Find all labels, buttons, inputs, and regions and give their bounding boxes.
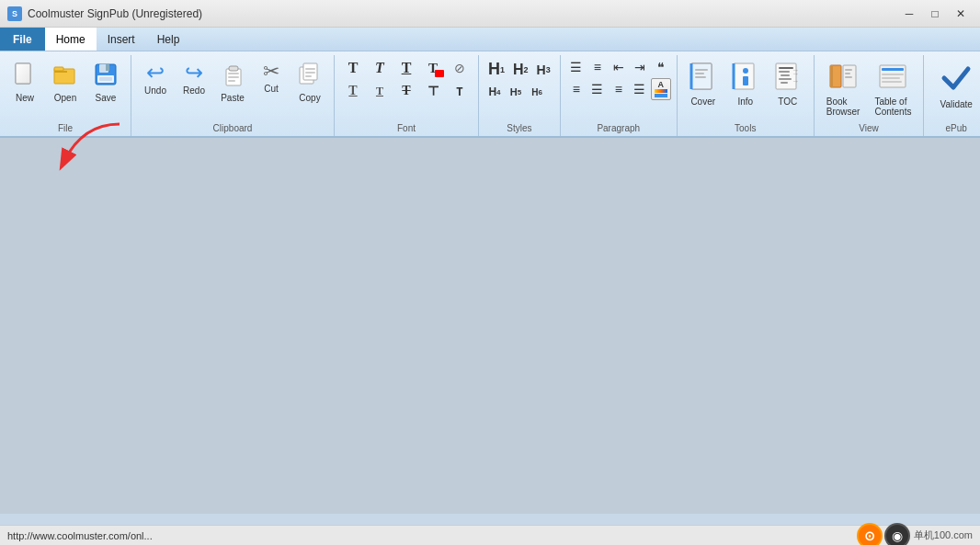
font-size-med-button[interactable]: T: [367, 80, 393, 102]
info-button[interactable]: Info: [725, 57, 766, 111]
toc-label: TOC: [778, 97, 797, 107]
bottom-logo: ⊙ ◉ 单机100.com: [857, 523, 973, 546]
cover-button[interactable]: Cover: [683, 57, 724, 111]
undo-label: Undo: [144, 85, 166, 96]
paste-icon: [221, 62, 245, 91]
font-strikethrough-button[interactable]: T: [393, 80, 419, 102]
ribbon-group-view: BookBrowser Table ofContents View: [815, 55, 925, 136]
font-italic-button[interactable]: T: [367, 57, 393, 79]
highlight-button[interactable]: A: [651, 78, 671, 100]
align-center-button[interactable]: ☰: [587, 79, 608, 99]
ribbon: New Open: [0, 51, 980, 138]
svg-rect-24: [695, 73, 704, 74]
svg-rect-35: [781, 82, 788, 84]
svg-rect-34: [779, 78, 792, 80]
h2-button[interactable]: H2: [509, 59, 532, 81]
svg-rect-18: [305, 72, 315, 74]
svg-rect-44: [845, 76, 852, 78]
save-button[interactable]: Save: [86, 57, 125, 108]
ribbon-group-epub: Validate ePub: [924, 55, 980, 136]
menu-file[interactable]: File: [0, 28, 45, 51]
svg-rect-23: [695, 69, 708, 71]
cut-button[interactable]: ✂ Cut: [253, 57, 290, 98]
svg-rect-14: [228, 80, 235, 82]
h5-button[interactable]: H5: [506, 83, 526, 101]
open-icon: [52, 62, 78, 91]
font-grid: T T T T ⊘ T T T ⊤ T: [340, 57, 473, 102]
svg-rect-9: [99, 77, 112, 81]
menu-home[interactable]: Home: [45, 28, 97, 51]
clipboard-group-label: Clipboard: [135, 121, 330, 136]
heading-sub-group: H1 H2 H3 H4 H5 H6: [484, 57, 554, 101]
toc-button[interactable]: → → → TOC: [768, 57, 808, 111]
para-sub-group: ☰ ≡ ⇤ ⇥ ❝ ≡ ☰ ≡: [566, 57, 671, 100]
align-right-button[interactable]: ≡: [609, 79, 629, 99]
h4-button[interactable]: H4: [484, 83, 505, 101]
title-bar-left: S Coolmuster SignPub (Unregistered): [7, 6, 202, 21]
validate-label: Validate: [940, 99, 972, 109]
book-browser-button[interactable]: BookBrowser: [820, 57, 867, 121]
font-mono-button[interactable]: T: [447, 80, 473, 102]
open-button[interactable]: Open: [46, 57, 85, 108]
table-of-contents-icon: [878, 62, 907, 95]
cover-label: Cover: [690, 97, 715, 107]
font-buttons: T T T T ⊘ T T T ⊤ T: [338, 55, 474, 121]
h1-button[interactable]: H1: [484, 57, 508, 82]
ribbon-group-file: New Open: [0, 55, 131, 136]
copy-button[interactable]: Copy: [291, 57, 328, 108]
font-bold-button[interactable]: T: [340, 57, 366, 79]
font-color-button[interactable]: T: [420, 57, 446, 79]
copy-icon: [298, 62, 322, 91]
font-extra-button[interactable]: ⊘: [447, 57, 473, 79]
ribbon-group-clipboard: ↩ Undo ↪ Redo Paste: [131, 55, 335, 136]
svg-rect-46: [882, 68, 904, 71]
svg-rect-47: [882, 74, 904, 75]
svg-rect-7: [106, 64, 109, 71]
validate-button[interactable]: Validate: [929, 57, 980, 114]
svg-rect-19: [305, 75, 312, 77]
file-group-label: File: [4, 121, 127, 136]
numbered-list-button[interactable]: ≡: [587, 57, 608, 77]
indent-button[interactable]: ⇥: [630, 57, 650, 77]
svg-rect-32: [779, 71, 790, 73]
new-button[interactable]: New: [6, 57, 44, 108]
logo-circle-2: ◉: [884, 523, 910, 546]
close-button[interactable]: ✕: [949, 5, 973, 23]
h6-button[interactable]: H6: [527, 83, 547, 101]
table-of-contents-button[interactable]: Table ofContents: [868, 57, 917, 121]
bullet-list-button[interactable]: ☰: [566, 57, 587, 77]
title-bar: S Coolmuster SignPub (Unregistered) ─ □ …: [0, 0, 980, 28]
undo-icon: ↩: [146, 62, 165, 84]
cut-label: Cut: [264, 84, 279, 94]
svg-rect-40: [830, 65, 833, 87]
ribbon-group-tools: Cover Info: [678, 55, 815, 136]
font-underline-button[interactable]: T: [393, 57, 419, 79]
main-content: [0, 138, 980, 514]
clipboard-buttons: ↩ Undo ↪ Redo Paste: [135, 55, 330, 121]
maximize-button[interactable]: □: [923, 5, 947, 23]
svg-rect-25: [695, 76, 706, 78]
menu-help[interactable]: Help: [146, 28, 191, 51]
justify-button[interactable]: ☰: [630, 79, 650, 99]
paste-button[interactable]: Paste: [214, 57, 251, 108]
validate-icon: [940, 62, 972, 97]
font-size-large-button[interactable]: T: [340, 80, 366, 102]
cover-icon: [689, 62, 717, 95]
menu-insert[interactable]: Insert: [97, 28, 146, 51]
cut-icon: ✂: [263, 62, 279, 82]
styles-buttons: H1 H2 H3 H4 H5 H6: [483, 55, 556, 121]
blockquote-button[interactable]: ❝: [651, 57, 671, 77]
book-browser-icon: [828, 62, 858, 95]
redo-button[interactable]: ↪ Redo: [176, 57, 212, 100]
svg-rect-11: [229, 66, 238, 71]
svg-rect-49: [882, 81, 902, 83]
h3-button[interactable]: H3: [533, 60, 554, 80]
epub-buttons: Validate: [928, 55, 980, 121]
svg-rect-33: [781, 74, 790, 76]
align-left-button[interactable]: ≡: [566, 79, 587, 99]
outdent-button[interactable]: ⇤: [609, 57, 629, 77]
minimize-button[interactable]: ─: [897, 5, 921, 23]
font-indent-button[interactable]: ⊤: [420, 80, 446, 102]
undo-button[interactable]: ↩ Undo: [137, 57, 174, 100]
open-label: Open: [54, 93, 76, 103]
